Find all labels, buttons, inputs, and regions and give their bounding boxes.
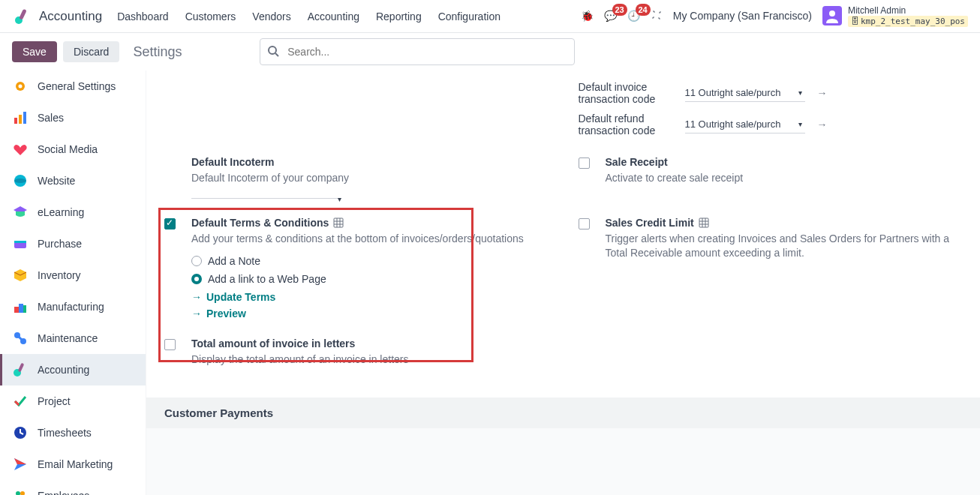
tools-icon[interactable]: [651, 9, 663, 23]
clock-icon: [12, 424, 29, 441]
terms-desc: Add your terms & conditions at the botto…: [191, 232, 549, 247]
debug-icon[interactable]: 🐞: [581, 10, 594, 22]
sidebar-item-manufacturing[interactable]: Manufacturing: [0, 291, 146, 322]
user-menu[interactable]: Mitchell Admin 🗄kmp_2_test_may_30_pos: [822, 5, 968, 28]
svg-rect-9: [23, 112, 26, 124]
search-wrap: [260, 38, 575, 65]
globe-icon: [12, 172, 29, 189]
settings-sidebar[interactable]: General Settings Sales Social Media Webs…: [0, 70, 146, 495]
receipt-desc: Activate to create sale receipt: [606, 171, 963, 186]
terms-radio-note[interactable]: Add a Note: [191, 255, 549, 267]
app-logo[interactable]: [12, 6, 33, 27]
wrench-icon: [12, 298, 29, 315]
messages-icon[interactable]: 💬23: [604, 10, 617, 22]
chart-icon: [12, 110, 29, 126]
save-button[interactable]: Save: [12, 41, 57, 62]
credit-desc: Trigger alerts when creating Invoices an…: [606, 232, 963, 261]
credit-limit-checkbox[interactable]: [579, 218, 590, 230]
box-icon: [12, 267, 29, 284]
svg-rect-7: [14, 118, 17, 124]
svg-rect-13: [14, 241, 26, 243]
activities-badge: 24: [636, 4, 651, 16]
refund-code-input[interactable]: [685, 116, 805, 134]
credit-title: Sales Credit Limit: [606, 217, 963, 229]
sidebar-item-purchase[interactable]: Purchase: [0, 228, 146, 260]
action-bar: Save Discard Settings: [0, 33, 980, 70]
search-input[interactable]: [260, 38, 575, 65]
accounting-icon: [12, 362, 29, 378]
sidebar-item-general[interactable]: General Settings: [0, 70, 146, 102]
radio-icon: [191, 274, 202, 284]
sidebar-item-maintenance[interactable]: Maintenance: [0, 322, 146, 354]
svg-rect-14: [14, 307, 19, 313]
sidebar-item-social[interactable]: Social Media: [0, 134, 146, 165]
svg-point-24: [20, 491, 25, 495]
discard-button[interactable]: Discard: [63, 41, 119, 62]
svg-point-3: [269, 46, 276, 54]
section-customer-payments: Customer Payments: [146, 398, 980, 428]
invoice-code-input[interactable]: [685, 84, 805, 102]
enterprise-icon: [333, 218, 344, 228]
caret-icon: ▾: [798, 88, 802, 97]
page-title: Settings: [133, 44, 182, 60]
nav-reporting[interactable]: Reporting: [376, 10, 422, 22]
nav-dashboard[interactable]: Dashboard: [117, 10, 169, 22]
sidebar-item-accounting[interactable]: Accounting: [0, 354, 146, 386]
invoice-code-label: Default invoice transaction code: [579, 81, 676, 105]
terms-title: Default Terms & Conditions: [191, 217, 549, 229]
app-title[interactable]: Accounting: [39, 9, 102, 24]
sale-receipt-checkbox[interactable]: [579, 158, 590, 169]
incoterm-select[interactable]: ▾: [191, 192, 341, 199]
arrow-icon: →: [191, 291, 202, 303]
company-switcher[interactable]: My Company (San Francisco): [673, 10, 812, 22]
check-icon: [12, 393, 29, 410]
user-info: Mitchell Admin 🗄kmp_2_test_may_30_pos: [848, 5, 968, 28]
nav-configuration[interactable]: Configuration: [438, 10, 501, 22]
letters-title: Total amount of invoice in letters: [191, 338, 549, 350]
enterprise-icon: [699, 218, 709, 228]
radio-icon: [191, 256, 202, 266]
sidebar-item-project[interactable]: Project: [0, 386, 146, 417]
svg-rect-25: [334, 218, 343, 227]
people-icon: [12, 488, 29, 495]
terms-radio-link[interactable]: Add a link to a Web Page: [191, 273, 549, 285]
svg-rect-1: [19, 8, 26, 20]
nav-customers[interactable]: Customers: [185, 10, 236, 22]
receipt-title: Sale Receipt: [606, 156, 963, 168]
sidebar-item-elearning[interactable]: eLearning: [0, 196, 146, 228]
sidebar-item-website[interactable]: Website: [0, 165, 146, 196]
caret-icon: ▾: [338, 195, 341, 203]
svg-rect-21: [18, 363, 25, 373]
svg-rect-16: [23, 305, 26, 313]
avatar: [822, 6, 842, 26]
nav-vendors[interactable]: Vendors: [252, 10, 290, 22]
caret-icon: ▾: [798, 120, 802, 128]
terms-checkbox[interactable]: [164, 218, 176, 230]
svg-point-23: [16, 491, 20, 495]
refund-code-label: Default refund transaction code: [579, 112, 676, 136]
letters-checkbox[interactable]: [164, 339, 176, 350]
svg-rect-15: [19, 304, 23, 313]
cap-icon: [12, 204, 29, 220]
topbar-right: 🐞 💬23 🕘24 My Company (San Francisco) Mit…: [581, 5, 968, 28]
nav-accounting[interactable]: Accounting: [308, 10, 359, 22]
settings-content[interactable]: Default invoice transaction code ▾ → Def…: [146, 70, 980, 495]
sidebar-item-email[interactable]: Email Marketing: [0, 448, 146, 480]
svg-line-19: [17, 335, 23, 341]
svg-line-4: [275, 53, 278, 56]
incoterm-title: Default Incoterm: [191, 156, 549, 168]
letters-desc: Display the total amount of an invoice i…: [191, 352, 549, 368]
svg-point-2: [829, 10, 835, 16]
refund-code-link[interactable]: →: [817, 118, 828, 130]
sidebar-item-sales[interactable]: Sales: [0, 102, 146, 134]
tag-icon: [12, 236, 29, 252]
activities-icon[interactable]: 🕘24: [627, 10, 640, 22]
db-name: 🗄kmp_2_test_may_30_pos: [848, 16, 968, 27]
update-terms-link[interactable]: →Update Terms: [191, 291, 549, 303]
search-icon: [267, 45, 279, 59]
invoice-code-link[interactable]: →: [817, 87, 828, 99]
sidebar-item-inventory[interactable]: Inventory: [0, 260, 146, 291]
preview-link[interactable]: →Preview: [191, 308, 549, 320]
sidebar-item-employees[interactable]: Employees: [0, 480, 146, 495]
sidebar-item-timesheets[interactable]: Timesheets: [0, 417, 146, 448]
